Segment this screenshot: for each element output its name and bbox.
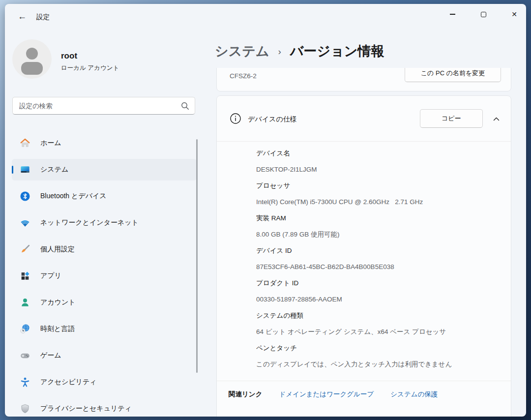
user-name: root (61, 51, 77, 61)
gaming-icon (20, 350, 30, 361)
settings-window: ← 設定 ✕ root ローカル アカウント ホーム システム Bluetoot… (5, 4, 526, 417)
detail-label: 実装 RAM (256, 210, 496, 226)
selected-accent-bar (12, 166, 13, 174)
back-arrow-icon: ← (18, 11, 27, 22)
detail-label: デバイス名 (256, 145, 496, 161)
detail-value: 8.00 GB (7.89 GB 使用可能) (256, 226, 496, 242)
sidebar-item-accounts[interactable]: アカウント (12, 292, 197, 313)
sidebar-item-privacy-security[interactable]: プライバシーとセキュリティ (12, 398, 197, 417)
sidebar-scrollbar[interactable] (196, 139, 198, 373)
breadcrumb-separator-icon: › (278, 45, 281, 57)
detail-label: デバイス ID (256, 242, 496, 259)
sidebar-item-label: 個人用設定 (40, 245, 75, 254)
related-links-row: 関連リンク ドメインまたはワークグループ システムの保護 (229, 390, 438, 399)
detail-value: DESKTOP-2I1LJGM (256, 161, 496, 178)
avatar (12, 39, 52, 79)
detail-label: ペンとタッチ (256, 340, 496, 356)
minimize-icon (450, 14, 455, 14)
detail-value: このディスプレイでは、ペン入力とタッチ入力は利用できません (256, 356, 496, 372)
sidebar-nav: ホーム システム Bluetooth とデバイス ネットワークとインターネット … (12, 132, 197, 417)
chevron-up-icon[interactable] (493, 116, 500, 125)
device-spec-details: デバイス名 DESKTOP-2I1LJGM プロセッサ Intel(R) Cor… (256, 145, 496, 372)
home-icon (20, 138, 30, 149)
sidebar-item-label: アクセシビリティ (40, 378, 97, 387)
detail-value: 64 ビット オペレーティング システム、x64 ベース プロセッサ (256, 324, 496, 340)
sidebar-item-network-internet[interactable]: ネットワークとインターネット (12, 212, 197, 234)
sidebar-item-label: プライバシーとセキュリティ (40, 404, 132, 413)
detail-value: 87E53CF6-AB61-45BC-B62D-BA4B00B5E038 (256, 259, 496, 275)
sidebar-item-label: Bluetooth とデバイス (40, 192, 107, 201)
detail-value: 00330-51897-28856-AAOEM (256, 291, 496, 307)
rename-pc-button[interactable]: この PC の名前を変更 (405, 68, 501, 82)
minimize-button[interactable] (437, 4, 468, 25)
bluetooth-icon (20, 191, 30, 202)
sidebar-item-apps[interactable]: アプリ (12, 265, 197, 287)
maximize-icon (481, 12, 486, 17)
network-icon (20, 217, 30, 228)
system-icon (20, 164, 30, 175)
page-title: バージョン情報 (290, 42, 384, 60)
maximize-button[interactable] (468, 4, 499, 25)
time-language-icon (20, 324, 30, 334)
user-account-type: ローカル アカウント (61, 64, 119, 72)
sidebar-item-label: システム (40, 165, 68, 174)
apps-icon (20, 270, 30, 281)
back-button[interactable]: ← (16, 11, 29, 22)
divider (217, 141, 511, 142)
detail-label: システムの種類 (256, 307, 496, 324)
personalization-icon (20, 244, 30, 255)
sidebar-item-personalization[interactable]: 個人用設定 (12, 239, 197, 260)
sidebar-item-system[interactable]: システム (12, 159, 197, 180)
device-spec-card: デバイスの仕様 コピー デバイス名 DESKTOP-2I1LJGM プロセッサ … (216, 95, 511, 417)
sidebar-item-time-language[interactable]: 時刻と言語 (12, 318, 197, 340)
content-scroll-area: CFSZ6-2 この PC の名前を変更 デバイスの仕様 コピー デバイス名 D… (211, 68, 521, 417)
sidebar-item-bluetooth-devices[interactable]: Bluetooth とデバイス (12, 185, 197, 207)
close-button[interactable]: ✕ (499, 4, 526, 25)
app-title: 設定 (36, 13, 50, 22)
detail-value: Intel(R) Core(TM) i5-7300U CPU @ 2.60GHz… (256, 194, 496, 210)
detail-label: プロダクト ID (256, 275, 496, 291)
close-icon: ✕ (511, 10, 517, 18)
computer-name-card: CFSZ6-2 この PC の名前を変更 (216, 68, 511, 91)
sidebar-item-accessibility[interactable]: アクセシビリティ (12, 371, 197, 393)
sidebar-item-label: ネットワークとインターネット (40, 218, 139, 227)
sidebar-item-home[interactable]: ホーム (12, 132, 197, 154)
sidebar-item-label: 時刻と言語 (40, 325, 75, 333)
avatar-body (21, 62, 43, 75)
avatar-head (26, 48, 38, 60)
sidebar-item-label: ゲーム (40, 351, 61, 360)
detail-label: プロセッサ (256, 178, 496, 194)
sidebar-item-gaming[interactable]: ゲーム (12, 345, 197, 366)
related-links-title: 関連リンク (229, 390, 262, 399)
info-icon (230, 113, 241, 126)
device-spec-title: デバイスの仕様 (248, 115, 297, 124)
divider (217, 381, 511, 381)
breadcrumb: システム › バージョン情報 (215, 42, 384, 60)
privacy-icon (20, 403, 30, 414)
accounts-icon (20, 297, 30, 308)
accessibility-icon (20, 377, 30, 388)
sidebar-item-label: アプリ (40, 271, 61, 280)
sidebar-item-label: ホーム (40, 139, 61, 148)
breadcrumb-system[interactable]: システム (215, 42, 269, 60)
device-spec-header: デバイスの仕様 コピー (217, 96, 511, 141)
copy-button[interactable]: コピー (420, 109, 483, 128)
sidebar-item-label: アカウント (40, 298, 76, 307)
computer-name-value: CFSZ6-2 (230, 72, 257, 80)
search-icon (181, 102, 189, 112)
search-input[interactable] (13, 97, 195, 114)
settings-search-box (12, 97, 195, 115)
link-domain-workgroup[interactable]: ドメインまたはワークグループ (279, 390, 374, 399)
link-system-protection[interactable]: システムの保護 (390, 390, 438, 399)
